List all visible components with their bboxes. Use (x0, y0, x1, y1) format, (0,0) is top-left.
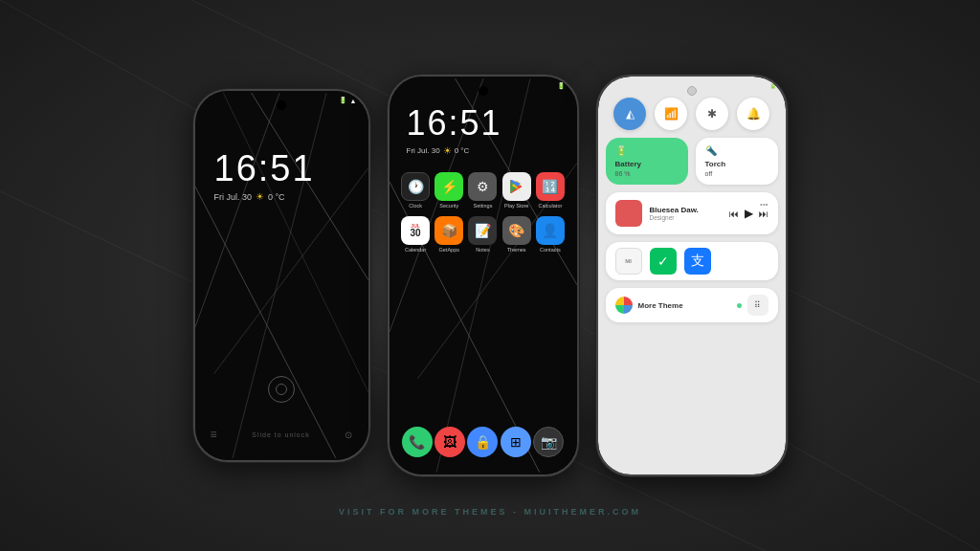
app-notes[interactable]: 📝 Notes (468, 216, 498, 253)
cc-music-title: Bluesea Daw. (650, 206, 722, 214)
wechat-icon: ✓ (657, 253, 669, 269)
contacts-icon: 👤 (536, 216, 565, 245)
notes-icon: 📝 (468, 216, 497, 245)
cc-battery-tile[interactable]: 🔋 Battery 86 % (606, 138, 688, 185)
cc-more-theme[interactable]: More Theme ⠿ (606, 288, 778, 322)
cc-wifi-btn[interactable]: 📶 (655, 98, 687, 130)
cc-torch-icon: 🔦 (705, 145, 768, 156)
notes-label: Notes (476, 247, 489, 253)
cc-top-row: ◭ 📶 ✱ 🔔 (606, 98, 778, 130)
cc-torch-value: off (705, 170, 768, 177)
playstore-icon (502, 172, 531, 201)
app-contacts[interactable]: 👤 Contacts (535, 216, 565, 253)
cc-theme-menu-btn[interactable]: ⠿ (747, 295, 768, 316)
app-calendar[interactable]: JUL 30 Calendar (401, 216, 431, 253)
app-calculator[interactable]: 🔢 Calculator (535, 172, 565, 209)
cc-torch-tile[interactable]: 🔦 Torch off (696, 138, 778, 185)
lock-menu-icon: ≡ (211, 428, 217, 441)
cc-prev-btn[interactable]: ⏮ (729, 209, 739, 219)
svg-line-4 (195, 187, 336, 458)
lock-camera-button[interactable] (268, 376, 295, 403)
cc-music-info: Bluesea Daw. Designer (650, 206, 722, 221)
cc-music-artist: Designer (650, 214, 722, 221)
cc-next-btn[interactable]: ⏭ (759, 209, 768, 219)
lock-date: Fri Jul. 30 ☀ 0 °C (214, 191, 285, 202)
calculator-icon: 🔢 (536, 172, 565, 201)
cc-battery-tile-icon: 🔋 (615, 145, 679, 156)
cc-more-theme-label: More Theme (638, 301, 731, 310)
app-clock[interactable]: 🕐 Clock (401, 172, 431, 209)
cc-notifications-btn[interactable]: 🔔 (737, 98, 769, 130)
dock-camera[interactable]: 📷 (533, 427, 564, 457)
alipay-icon: 支 (691, 253, 704, 270)
settings-label: Settings (474, 203, 493, 209)
dock-phone[interactable]: 📞 (402, 427, 433, 457)
signal-icon: ▲ (350, 98, 357, 104)
punch-hole (277, 100, 286, 110)
phone-homescreen: 🔋 16:51 Fri Jul. 30 ☀ 0 °C 🕐 (388, 75, 579, 476)
bell-icon: 🔔 (746, 107, 761, 121)
app-settings[interactable]: ⚙ Settings (468, 172, 498, 209)
home-weather: 0 °C (455, 146, 470, 155)
app-playstore[interactable]: Play Store (501, 172, 531, 209)
security-label: Security (439, 203, 458, 209)
lock-bottom-camera-icon: ⊙ (345, 430, 352, 440)
home-time: 16:51 (407, 103, 502, 143)
cc-alipay-btn[interactable]: 支 (684, 248, 711, 275)
mipay-icon: MI (625, 258, 632, 264)
app-security[interactable]: ⚡ Security (434, 172, 464, 209)
watermark: VISIT FOR MORE THEMES - MIUITHEMER.COM (0, 507, 980, 517)
app-grid: 🕐 Clock ⚡ Security ⚙ Settings (401, 172, 566, 253)
cc-battery-icon: 🔋 (769, 82, 776, 89)
calendar-label: Calendar (405, 247, 426, 253)
lockscreen-background: 🔋 ▲ 16:51 Fri Jul. 30 ☀ 0 °C (195, 91, 368, 460)
app-themes[interactable]: 🎨 Themes (501, 216, 531, 253)
cc-mipay-btn[interactable]: MI (615, 248, 642, 275)
cc-music-player: Bluesea Daw. Designer ⏮ ▶ ⏭ ••• (606, 192, 778, 234)
battery-icon: 🔋 (339, 97, 347, 104)
dock-multitask[interactable]: ⊞ (501, 427, 531, 457)
playstore-label: Play Store (504, 203, 528, 209)
dock-gallery[interactable]: 🖼 (434, 427, 465, 457)
cc-play-btn[interactable]: ▶ (745, 207, 753, 220)
cc-torch-label: Torch (705, 160, 768, 168)
cc-pay-row: MI ✓ 支 (606, 242, 778, 280)
clock-icon: 🕐 (401, 172, 430, 201)
security-icon: ⚡ (434, 172, 463, 201)
getapps-label: GetApps (439, 247, 459, 253)
cc-music-thumbnail (615, 200, 642, 227)
weather-sun-icon: ☀ (256, 191, 264, 202)
cc-punch-hole (687, 86, 697, 96)
phone-lockscreen: 🔋 ▲ 16:51 Fri Jul. 30 ☀ 0 °C (193, 89, 370, 462)
dock-lock[interactable]: 🔒 (467, 427, 498, 457)
app-getapps[interactable]: 📦 GetApps (434, 216, 464, 253)
theme-icon (615, 297, 633, 314)
svg-line-5 (195, 93, 279, 327)
geometric-decoration (195, 91, 368, 460)
cc-music-more-icon[interactable]: ••• (760, 200, 768, 209)
calendar-icon: JUL 30 (401, 216, 430, 245)
calculator-label: Calculator (539, 203, 563, 209)
home-punch-hole (479, 86, 488, 96)
slide-to-unlock-label: Slide to unlock (252, 431, 310, 438)
lock-bottom-bar: ≡ Slide to unlock ⊙ (195, 428, 368, 441)
home-date: Fri Jul. 30 ☀ 0 °C (407, 145, 470, 156)
cc-battery-value: 86 % (615, 170, 679, 177)
cc-music-controls: ⏮ ▶ ⏭ (729, 207, 768, 220)
homescreen-background: 🔋 16:51 Fri Jul. 30 ☀ 0 °C 🕐 (390, 77, 577, 474)
cc-bluetooth-btn[interactable]: ✱ (696, 98, 728, 130)
lock-date-text: Fri Jul. 30 (214, 192, 253, 202)
cc-location-btn[interactable]: ◭ (613, 98, 646, 130)
cc-wechatpay-btn[interactable]: ✓ (650, 248, 677, 275)
control-center-background: 🔋 ◭ 📶 ✱ (598, 77, 786, 474)
getapps-icon: 📦 (434, 216, 463, 245)
wifi-icon: 📶 (664, 107, 679, 121)
phones-container: 🔋 ▲ 16:51 Fri Jul. 30 ☀ 0 °C (193, 75, 788, 476)
dots-grid-icon: ⠿ (754, 300, 761, 310)
lock-time: 16:51 (214, 148, 315, 189)
bluetooth-icon: ✱ (707, 107, 717, 121)
contacts-label: Contacts (540, 247, 561, 253)
settings-icon: ⚙ (468, 172, 497, 201)
themes-icon: 🎨 (502, 216, 531, 245)
home-battery-icon: 🔋 (557, 82, 566, 90)
